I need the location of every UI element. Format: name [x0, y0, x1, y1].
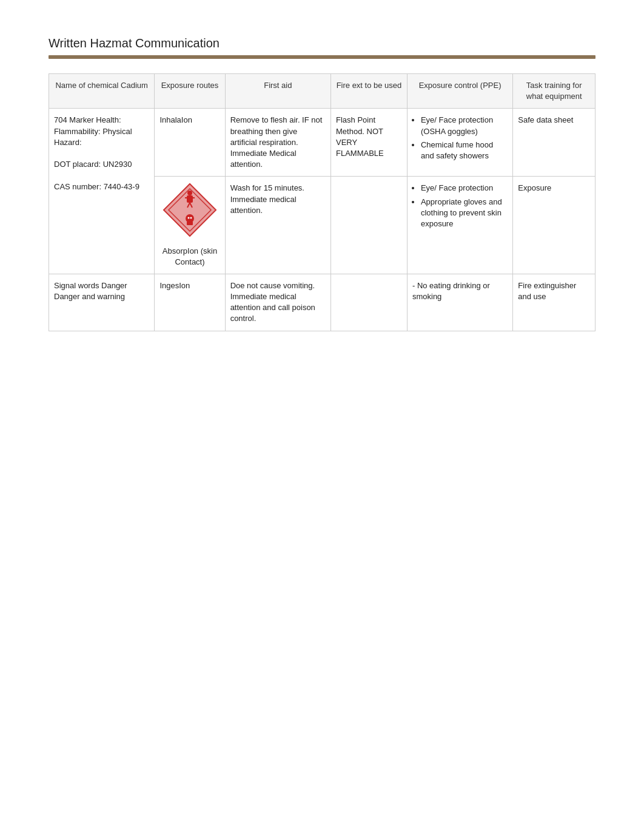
hazmat-diamond-icon: [163, 183, 217, 237]
header-ppe: Exposure control (PPE): [407, 74, 512, 109]
cell-exposure-3: IngesIon: [155, 274, 225, 331]
header-exposure: Exposure routes: [155, 74, 225, 109]
cell-training-3: Fire extinguisher and use: [513, 274, 595, 331]
header-firstaid: First aid: [225, 74, 330, 109]
svg-rect-8: [187, 221, 193, 225]
table-row: 704 Marker Health: Flammability: Physica…: [49, 109, 595, 177]
cell-ppe-2: Eye/ Face protectionAppropriate gloves a…: [407, 177, 512, 274]
cell-firstaid-2: Wash for 15 minutes. Immediate medical a…: [225, 177, 330, 274]
cell-chemical-1: 704 Marker Health: Flammability: Physica…: [49, 109, 155, 274]
cell-exposure-2: AbsorpIon (skin Contact): [155, 177, 225, 274]
absorption-label: AbsorpIon (skin Contact): [159, 246, 220, 268]
header-fireext: Fire ext to be used: [331, 74, 408, 109]
cell-ppe-3: - No eating drinking or smoking: [407, 274, 512, 331]
hazmat-table: Name of chemical Cadium Exposure routes …: [49, 73, 595, 331]
header-chemical: Name of chemical Cadium: [49, 74, 155, 109]
svg-point-10: [190, 217, 192, 219]
cell-firstaid-3: Doe not cause vomiting. Immediate medica…: [225, 274, 330, 331]
cell-ppe-1: Eye/ Face protection (OSHA goggles)Chemi…: [407, 109, 512, 177]
cell-training-1: Safe data sheet: [513, 109, 595, 177]
cell-fireext-3: [331, 274, 408, 331]
cell-chemical-3: Signal words Danger Danger and warning: [49, 274, 155, 331]
svg-point-2: [187, 191, 192, 195]
table-row: Signal words Danger Danger and warningIn…: [49, 274, 595, 331]
svg-point-7: [186, 214, 194, 223]
page-title: Written Hazmat Communication: [49, 36, 595, 50]
svg-point-9: [188, 217, 190, 219]
cell-fireext-2: [331, 177, 408, 274]
title-divider: [49, 55, 595, 59]
cell-fireext-1: Flash Point Method. NOT VERY FLAMMABLE: [331, 109, 408, 177]
cell-training-2: Exposure: [513, 177, 595, 274]
header-training: Task training for what equipment: [513, 74, 595, 109]
cell-firstaid-1: Remove to flesh air. IF not breathing th…: [225, 109, 330, 177]
svg-rect-3: [187, 195, 193, 203]
cell-exposure-1: InhalaIon: [155, 109, 225, 177]
